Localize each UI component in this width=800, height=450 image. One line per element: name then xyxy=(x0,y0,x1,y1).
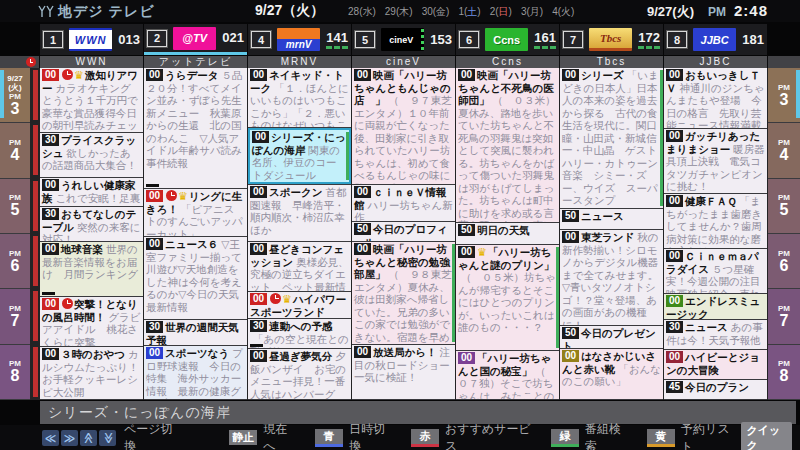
program-cell[interactable]: 50今日のプロフィール xyxy=(352,222,455,241)
channel-id: 141 xyxy=(326,31,348,49)
program-cell[interactable]: 50ニュース xyxy=(560,209,663,229)
program-cell[interactable]: 30世界の週間天気予報 xyxy=(144,320,247,345)
page-up-button[interactable] xyxy=(80,430,97,446)
program-text: 00うらデータ５品２０分！すべてメイン並み・ずぼら先生新メニュー 秋葉原からの生… xyxy=(144,68,247,169)
program-column: 00ネイキッド・トーク「１．ほんとにいいものはいつもここから」「２．悪いものはな… xyxy=(248,68,351,400)
program-cell[interactable]: 00ニュース６▽王室ファミリー揃って川遊び▽天地創造をした神は今何を考えるのか▽… xyxy=(144,237,247,319)
date-tab[interactable]: 2(日) xyxy=(490,6,512,17)
program-cell[interactable]: 00スポーツなうプロ野球速報 今日の特集 海外サッカー情報 最新の健康グッズ xyxy=(144,346,247,399)
selected-program-title: シリーズ・にっぽんの海岸 xyxy=(48,404,231,420)
date-tab[interactable]: 29(木) xyxy=(385,6,413,17)
program-cell[interactable]: 00「ハリー坊ちゃんと謎のプリン」（ ０５米）坊ちゃんが帰宅するとそこにはひとつ… xyxy=(456,245,559,350)
start-minute-badge: 30 xyxy=(146,321,163,333)
program-cell[interactable]: 00Ｃｉｎｅｍａパラダイス５つ星確実！今週公開の注目映画独占紹介 売れ筋ＤＶＤ人… xyxy=(664,249,767,293)
program-text: 30ニュースあの事件は今！天気予報他 xyxy=(664,320,767,346)
date-tab[interactable]: 3(月) xyxy=(521,6,543,17)
to-now-label[interactable]: 現在へ xyxy=(263,421,295,450)
program-cell[interactable]: 00突撃！となりの風呂時間！グラビアアイドル 桃花さくらに突撃 xyxy=(40,297,143,346)
program-cell[interactable]: 00ハイビーとジョンの大冒険 xyxy=(664,350,767,379)
page-left-button[interactable]: ≪ xyxy=(42,430,59,446)
channel-name: cineV xyxy=(352,56,455,68)
program-cell[interactable]: 00ｃｉｎｅＶ情報館ハリー坊ちゃん新作 xyxy=(352,185,455,221)
channel-number: 2 xyxy=(147,30,167,47)
program-text: 00ハイビーとジョンの大冒険 xyxy=(664,350,767,376)
continuation-mark xyxy=(250,344,263,347)
program-text: 00リングに生きろ！「ピアニストのすんごいアッパーカット」 xyxy=(144,189,247,236)
grid-corner-left xyxy=(0,56,39,68)
channel-header-ccns[interactable]: 6Ccns161 xyxy=(456,24,559,55)
program-text: 00ニュース６▽王室ファミリー揃って川遊び▽天地創造をした神は今何を考えるのか▽… xyxy=(144,237,247,313)
program-cell[interactable]: 00ハイパワースポーツランド xyxy=(248,292,351,318)
clock-time: 2:48 xyxy=(734,2,768,19)
channel-header-アットテレビ[interactable]: 2@TV021 xyxy=(144,24,247,55)
start-minute-badge: 30 xyxy=(250,320,267,332)
program-cell[interactable]: 50明日の天気 xyxy=(456,223,559,244)
program-cell[interactable]: 00地球音楽世界の最新音楽情報をお届け 月間ランキング xyxy=(40,242,143,296)
date-weekday: 土 xyxy=(467,6,477,17)
program-desc: カラオケキングとうとう１千万円で豪華な賞品獲得今日の朝刊早読みチェック xyxy=(42,82,138,133)
date-tab[interactable]: 4(火) xyxy=(552,6,574,17)
quick-button[interactable]: クイック xyxy=(741,422,793,450)
program-cell[interactable]: 00激知りアワーカラオケキングとうとう１千万円で豪華な賞品獲得今日の朝刊早読みチ… xyxy=(40,68,143,132)
program-text: 00ｃｉｎｅＶ情報館ハリー坊ちゃん新作 xyxy=(352,185,455,221)
date-weekday: 月 xyxy=(530,6,540,17)
program-cell[interactable]: 00ネイキッド・トーク「１．ほんとにいいものはいつもここから」「２．悪いものはな… xyxy=(248,68,351,127)
program-cell[interactable]: 00シリーズ・にっぽんの海岸関東の名所、伊豆のコートダジュール xyxy=(248,128,351,184)
program-cell[interactable]: 00おもいっきしＴＶ神通川のジンちゃんまたもや登場 今日の格言 先取り芸能ニュー… xyxy=(664,68,767,128)
date-tab[interactable]: 1(土) xyxy=(458,6,480,17)
program-cell[interactable]: 00昼どきコンフェッション奥様必見、究極の逆立ちダイエット ペット最新情報 xyxy=(248,242,351,291)
channel-id: 021 xyxy=(222,31,244,45)
green-key[interactable]: 緑 xyxy=(551,429,579,447)
page-right-button[interactable]: ≫ xyxy=(61,430,78,446)
date-tab[interactable]: 30(金) xyxy=(422,6,450,17)
program-cell[interactable]: 00健康ＦＡＱ「まちがったまま歯磨きしてませんか？歯周病対策に効果的な磨き方とは xyxy=(664,194,767,248)
program-cell[interactable]: 00ガッチリあったまりまショー暖房器具頂上決戦 電気コタツガチャンピオンに挑む！ xyxy=(664,129,767,193)
program-cell[interactable]: 00はなさかじいさんと赤い靴「おんなのこの願い」 xyxy=(560,349,663,399)
program-cell[interactable]: 45今日のプラン xyxy=(664,380,767,399)
cinev-logo: cineV xyxy=(381,28,424,51)
start-minute-badge: 00 xyxy=(42,348,59,360)
yellow-key[interactable]: 黄 xyxy=(647,429,675,447)
date-tab[interactable]: 28(水) xyxy=(348,6,376,17)
program-cell[interactable]: 00リングに生きろ！「ピアニストのすんごいアッパーカット」 xyxy=(144,189,247,236)
program-cell[interactable]: 00エンドレスミュージック xyxy=(664,294,767,319)
program-cell[interactable]: 00シリーズ「いまどきの日本人」日本人の本来の姿を過去から探る 古代の食生活を現… xyxy=(560,68,663,208)
program-cell[interactable]: 30連動への予感「あの空と現在との繋がり… xyxy=(248,319,351,348)
channel-header-jjbc[interactable]: 8JJBC181 xyxy=(664,24,767,55)
ccns-logo: Ccns xyxy=(485,28,528,51)
program-cell[interactable]: 00東芝ランド秋の新作勢揃い！シロモノからデジタル機器まで全てみせます。▽青いタ… xyxy=(560,230,663,325)
program-cell[interactable]: 00映画「ハリー坊ちゃんともんじゃの店 」（ ９７東芝エンタメ）１０年前に両親が… xyxy=(352,68,455,184)
program-cell[interactable]: 00映画「ハリー坊ちゃんと秘密の勉強部屋」（ ９８東芝エンタメ）夏休み、彼は田剗… xyxy=(352,242,455,344)
program-cell[interactable]: 00映画「ハリー坊ちゃんと不死鳥の医師団」（ ０３米）夏休み、路地を歩いていた坊… xyxy=(456,68,559,222)
program-cell[interactable]: 00放送局から！注目の秋ロードショー一気に検証！ xyxy=(352,345,455,399)
program-title: スポーツなう xyxy=(165,347,229,359)
hour-number: 5 xyxy=(11,202,20,218)
program-cell[interactable]: 30ニュースあの事件は今！天気予報他 xyxy=(664,320,767,349)
channel-header-cinev[interactable]: 5cineV153 xyxy=(352,24,455,55)
start-minute-badge: 00 xyxy=(250,293,267,305)
program-cell[interactable]: 00スポークン首都圏速報 早峰浩平・順内順次・柿沼広幸 ほか xyxy=(248,185,351,241)
program-cell[interactable]: 00３時のおやつカルシウムたっぷり！お手軽クッキーレシピ大公開 xyxy=(40,347,143,399)
program-cell[interactable]: 00うらデータ５品２０分！すべてメイン並み・ずぼら先生新メニュー 秋葉原からの生… xyxy=(144,68,247,188)
freeze-key[interactable]: 静止 xyxy=(229,430,257,445)
page-down-button[interactable] xyxy=(99,430,116,446)
program-cell[interactable]: 00「ハリー坊ちゃんと国の秘宝」（ ０７独）そこで坊ちゃんは、みたことのないほど… xyxy=(456,351,559,399)
channel-header-tbcs[interactable]: 7Tbcs172 xyxy=(560,24,663,55)
program-desc: ハリー坊ちゃん新作 xyxy=(354,199,453,222)
hour-marker xyxy=(33,347,38,397)
date-day: 3 xyxy=(521,6,527,17)
red-key[interactable]: 赤 xyxy=(411,429,439,447)
blue-key[interactable]: 青 xyxy=(315,429,343,447)
channel-header-mrnv[interactable]: 4mrnV141 xyxy=(248,24,351,55)
program-cell[interactable]: 30プライスクラッシュ欲しかったあの話題商品大集合！ xyxy=(40,133,143,177)
current-date-tab[interactable]: 9/27（火） xyxy=(255,2,324,20)
epg-screen: 地デジ テレビ 9/27（火） 28(水)29(木)30(金)1(土)2(日)3… xyxy=(0,0,800,450)
program-cell[interactable]: 00うれしい健康家族これで安眠！足裏マッサ xyxy=(40,178,143,206)
program-cell[interactable]: 30おもてなしのテーブル突然の来客に対応！ xyxy=(40,207,143,241)
channel-name: Tbcs xyxy=(560,56,663,68)
mrnv-logo: mrnV xyxy=(277,28,320,51)
program-cell[interactable]: 00昼過ぎ夢気分夕飯バンザイ お宅のメニュー拝見！一番人気はハンバーグ xyxy=(248,349,351,399)
channel-header-wwn[interactable]: 1WWN013 xyxy=(40,24,143,55)
program-cell[interactable]: 50今日のプレゼント xyxy=(560,326,663,348)
program-text: 30プライスクラッシュ欲しかったあの話題商品大集合！ xyxy=(40,133,143,172)
